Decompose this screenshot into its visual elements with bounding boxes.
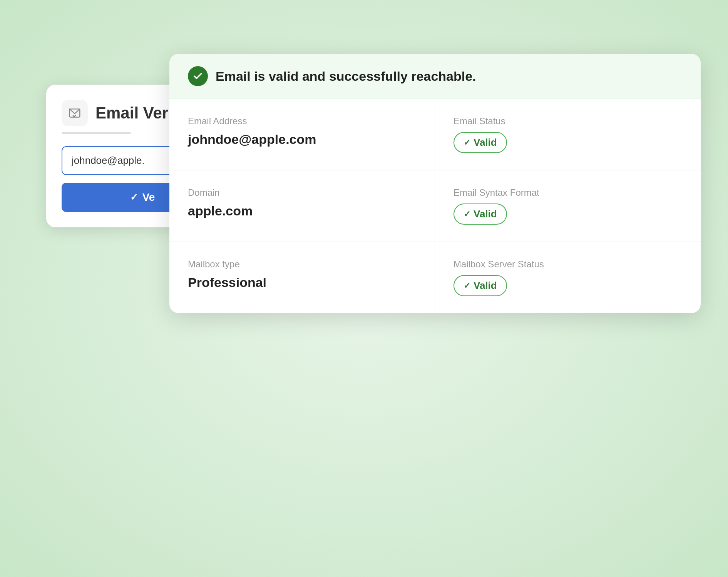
domain-value: apple.com [188, 203, 416, 218]
badge-check-icon-3: ✓ [464, 281, 470, 291]
syntax-format-value: Valid [474, 208, 497, 220]
syntax-format-label: Email Syntax Format [454, 187, 682, 198]
card-title: Email Ver [95, 104, 168, 122]
results-row-3: Mailbox type Professional Mailbox Server… [169, 242, 701, 313]
domain-label: Domain [188, 187, 416, 198]
scene-container: Email Ver ✓ Ve Email is valid and succes… [0, 0, 728, 577]
email-status-badge: ✓ Valid [454, 132, 507, 153]
domain-cell: Domain apple.com [169, 170, 435, 242]
email-status-value: Valid [474, 137, 497, 148]
mailbox-server-cell: Mailbox Server Status ✓ Valid [435, 242, 701, 313]
verify-button-label: Ve [142, 191, 155, 203]
success-check-icon [192, 71, 203, 82]
syntax-format-cell: Email Syntax Format ✓ Valid [435, 170, 701, 242]
mailbox-server-label: Mailbox Server Status [454, 259, 682, 270]
mailbox-type-cell: Mailbox type Professional [169, 242, 435, 313]
results-card: Email is valid and successfully reachabl… [169, 54, 701, 313]
mailbox-server-badge: ✓ Valid [454, 275, 507, 296]
mailbox-type-value: Professional [188, 275, 416, 290]
email-icon [69, 107, 81, 119]
mailbox-server-value: Valid [474, 280, 497, 292]
results-row-2: Domain apple.com Email Syntax Format ✓ V… [169, 170, 701, 242]
success-check-circle [188, 66, 208, 86]
success-banner: Email is valid and successfully reachabl… [169, 54, 701, 99]
results-row-1: Email Address johndoe@apple.com Email St… [169, 99, 701, 170]
syntax-format-badge: ✓ Valid [454, 203, 507, 225]
badge-check-icon-2: ✓ [464, 209, 470, 219]
email-address-label: Email Address [188, 116, 416, 127]
verify-check-icon: ✓ [130, 192, 138, 203]
email-address-value: johndoe@apple.com [188, 132, 416, 147]
email-status-cell: Email Status ✓ Valid [435, 99, 701, 170]
email-icon-box [62, 100, 88, 126]
success-text: Email is valid and successfully reachabl… [216, 69, 476, 84]
badge-check-icon-1: ✓ [464, 138, 470, 148]
email-address-cell: Email Address johndoe@apple.com [169, 99, 435, 170]
divider [62, 132, 131, 134]
email-status-label: Email Status [454, 116, 682, 127]
mailbox-type-label: Mailbox type [188, 259, 416, 270]
